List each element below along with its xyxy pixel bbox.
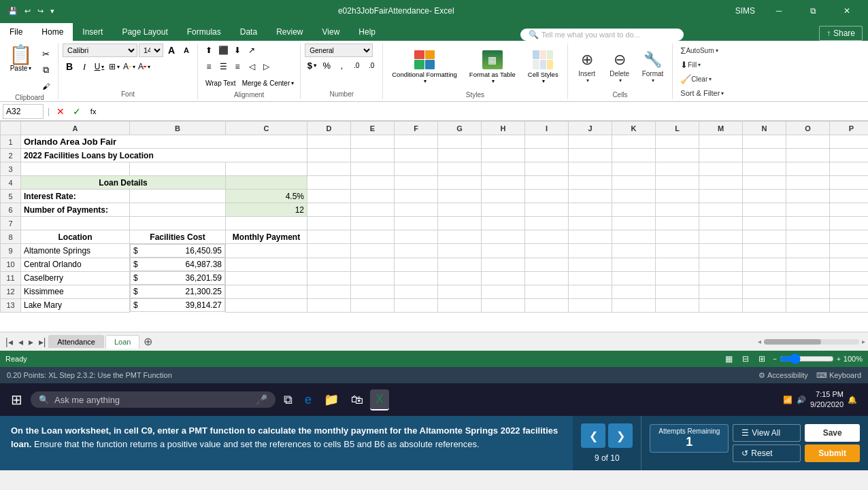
next-step-btn[interactable]: ❯ — [608, 423, 633, 448]
reset-btn[interactable]: ↺ Reset — [733, 444, 801, 462]
cell-d2[interactable] — [307, 149, 351, 162]
task-view-btn[interactable]: ⧉ — [278, 390, 298, 410]
align-right-btn[interactable]: ≡ — [231, 60, 244, 73]
increase-font-size-btn[interactable]: A — [165, 43, 178, 57]
save-btn[interactable]: Save — [805, 424, 860, 442]
italic-btn[interactable]: I — [78, 60, 91, 73]
network-icon[interactable]: 📶 — [783, 396, 792, 404]
col-header-m[interactable]: M — [699, 122, 743, 135]
row-header-10[interactable]: 10 — [1, 258, 21, 271]
cell-p1[interactable] — [830, 135, 869, 149]
cell-m2[interactable] — [699, 149, 743, 162]
col-header-f[interactable]: F — [395, 122, 438, 135]
notification-icon[interactable]: 🔔 — [848, 396, 857, 404]
row-header-6[interactable]: 6 — [1, 203, 21, 217]
orientation-btn[interactable]: ↗ — [245, 43, 258, 57]
cell-o2[interactable] — [786, 149, 830, 162]
minimize-btn[interactable]: ─ — [763, 0, 795, 22]
font-size-select[interactable]: 14 — [139, 43, 163, 57]
borders-btn[interactable]: ⊞▾ — [107, 60, 121, 73]
row-header-9[interactable]: 9 — [1, 244, 21, 258]
cell-j1[interactable] — [569, 135, 612, 149]
cell-a1[interactable]: Orlando Area Job Fair — [21, 135, 307, 149]
cell-a8[interactable]: Location — [21, 230, 130, 244]
row-header-2[interactable]: 2 — [1, 149, 21, 162]
row-header-1[interactable]: 1 — [1, 135, 21, 149]
paste-btn[interactable]: 📋 Paste▾ — [5, 43, 36, 74]
cell-g2[interactable] — [438, 149, 482, 162]
cell-j2[interactable] — [569, 149, 612, 162]
cell-a12[interactable]: Kissimmee — [21, 285, 130, 298]
add-sheet-btn[interactable]: ⊕ — [141, 335, 155, 348]
cell-b13[interactable]: $39,814.27 — [130, 298, 225, 312]
col-header-a[interactable]: A — [21, 122, 130, 135]
tab-formulas[interactable]: Formulas — [178, 23, 231, 41]
taskbar-search-input[interactable] — [54, 395, 250, 405]
cell-a4[interactable]: Loan Details — [21, 176, 226, 190]
start-button[interactable]: ⊞ — [5, 389, 28, 410]
cell-a6[interactable]: Number of Payments: — [21, 203, 130, 217]
cell-l1[interactable] — [656, 135, 699, 149]
cell-c6[interactable]: 12 — [226, 203, 307, 217]
tab-data[interactable]: Data — [231, 23, 267, 41]
align-middle-btn[interactable]: ⬛ — [216, 43, 230, 57]
comma-btn[interactable]: , — [335, 58, 348, 72]
redo-btn[interactable]: ↪ — [35, 5, 46, 17]
tab-file[interactable]: File — [0, 23, 32, 41]
sort-filter-btn[interactable]: Sort & Filter ▾ — [677, 86, 727, 100]
customize-quick-access[interactable]: ▾ — [48, 5, 57, 17]
cell-f1[interactable] — [395, 135, 438, 149]
volume-icon[interactable]: 🔊 — [797, 396, 806, 404]
sheet-tab-attendance[interactable]: Attendance — [48, 335, 104, 348]
page-layout-btn[interactable]: ⊟ — [740, 354, 751, 364]
clock[interactable]: 7:15 PM 9/20/2020 — [810, 389, 844, 410]
number-format-select[interactable]: General Number Currency Accounting Short… — [305, 43, 373, 57]
zoom-slider[interactable] — [780, 353, 834, 364]
col-header-n[interactable]: N — [743, 122, 786, 135]
tab-insert[interactable]: Insert — [73, 23, 112, 41]
row-header-7[interactable]: 7 — [1, 217, 21, 230]
align-center-btn[interactable]: ☰ — [216, 60, 230, 73]
cell-h1[interactable] — [482, 135, 525, 149]
restore-btn[interactable]: ⧉ — [797, 0, 829, 22]
merge-center-btn[interactable]: Merge & Center ▾ — [240, 76, 297, 90]
tab-nav-prev[interactable]: ◂ — [16, 335, 26, 349]
cell-n2[interactable] — [743, 149, 786, 162]
col-header-b[interactable]: B — [130, 122, 226, 135]
row-header-11[interactable]: 11 — [1, 271, 21, 285]
excel-btn[interactable]: X — [370, 389, 389, 410]
cell-e1[interactable] — [351, 135, 395, 149]
increase-decimal-btn[interactable]: .0 — [350, 58, 363, 72]
wrap-text-btn[interactable]: Wrap Text — [202, 76, 239, 90]
cell-a5[interactable]: Interest Rate: — [21, 190, 130, 203]
row-header-5[interactable]: 5 — [1, 190, 21, 203]
tell-me-input[interactable]: Tell me what you want to do... — [541, 31, 640, 39]
col-header-g[interactable]: G — [438, 122, 482, 135]
copy-btn[interactable]: ⧉ — [37, 63, 54, 77]
accessibility-btn[interactable]: ⚙ Accessibility — [758, 371, 807, 380]
cell-ref-input[interactable]: A32 — [3, 104, 44, 119]
autosum-btn[interactable]: Σ AutoSum ▾ — [677, 43, 721, 57]
cell-a3[interactable] — [21, 162, 130, 176]
cell-d1[interactable] — [307, 135, 351, 149]
row-header-3[interactable]: 3 — [1, 162, 21, 176]
store-btn[interactable]: 🛍 — [346, 390, 369, 410]
cell-o1[interactable] — [786, 135, 830, 149]
cell-g1[interactable] — [438, 135, 482, 149]
cell-h2[interactable] — [482, 149, 525, 162]
accounting-format-btn[interactable]: $▾ — [305, 58, 318, 72]
cell-b3[interactable] — [130, 162, 226, 176]
confirm-formula-btn[interactable]: ✓ — [70, 105, 84, 118]
cell-c5[interactable]: 4.5% — [226, 190, 307, 203]
tab-nav-next[interactable]: ▸ — [26, 335, 36, 349]
indent-decrease-btn[interactable]: ◁ — [245, 60, 258, 73]
cell-c12[interactable] — [226, 285, 307, 298]
cell-styles-btn[interactable]: Cell Styles ▾ — [523, 43, 563, 91]
underline-btn[interactable]: U▾ — [93, 60, 106, 73]
cell-m1[interactable] — [699, 135, 743, 149]
format-btn[interactable]: 🔧 Format ▾ — [637, 43, 669, 91]
indent-increase-btn[interactable]: ▷ — [259, 60, 273, 73]
font-color-btn[interactable]: A▾ — [137, 60, 151, 73]
cut-btn[interactable]: ✂ — [37, 46, 54, 61]
page-break-btn[interactable]: ⊞ — [756, 354, 767, 364]
